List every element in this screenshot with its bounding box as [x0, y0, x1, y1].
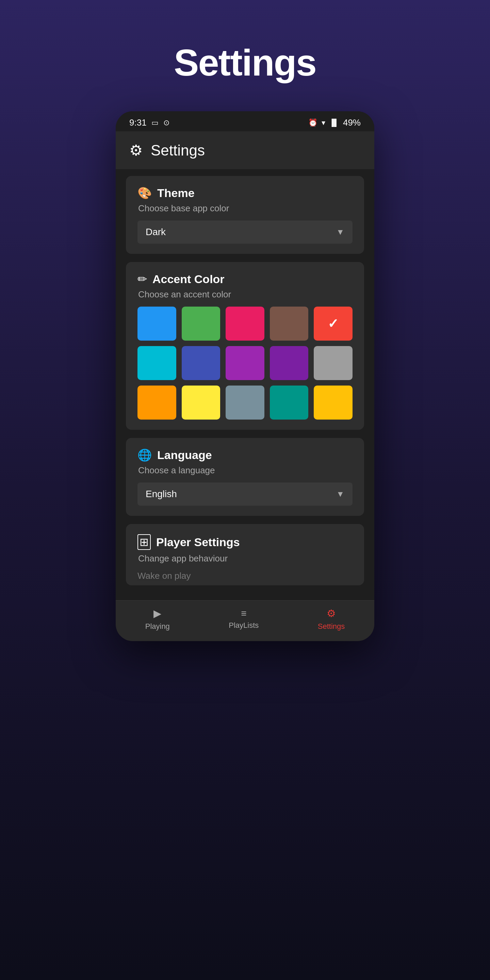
palette-icon: 🎨 — [137, 186, 152, 200]
color-swatch-purple-dark[interactable] — [226, 346, 264, 380]
player-settings-card-header: ⊞ Player Settings — [137, 534, 353, 550]
globe-icon: 🌐 — [137, 448, 152, 462]
color-swatch-amber[interactable] — [314, 385, 353, 420]
language-dropdown[interactable]: English ▼ — [137, 482, 353, 506]
player-settings-card: ⊞ Player Settings Change app behaviour W… — [126, 524, 364, 585]
color-swatch-gray[interactable] — [314, 346, 353, 380]
color-swatch-pink[interactable] — [226, 307, 264, 340]
color-swatch-purple-light[interactable] — [270, 346, 309, 380]
color-grid — [137, 307, 353, 420]
pencil-icon: ✏ — [137, 272, 147, 286]
theme-card: 🎨 Theme Choose base app color Dark ▼ — [126, 176, 364, 254]
player-settings-card-title: Player Settings — [156, 536, 240, 549]
color-swatch-cyan[interactable] — [137, 346, 176, 380]
accent-card-subtitle: Choose an accent color — [138, 289, 353, 300]
accent-card-title: Accent Color — [153, 272, 224, 286]
color-swatch-indigo[interactable] — [182, 346, 221, 380]
color-swatch-teal[interactable] — [270, 385, 309, 420]
alarm-icon: ⏰ — [308, 118, 318, 127]
play-icon: ▶ — [153, 608, 161, 619]
nav-label-settings: Settings — [318, 622, 345, 631]
theme-card-header: 🎨 Theme — [137, 186, 353, 200]
nav-item-playlists[interactable]: ≡ PlayLists — [229, 609, 259, 630]
status-bar: 9:31 ▭ ⊙ ⏰ ▾ ▐▌ 49% — [116, 111, 374, 131]
status-time: 9:31 — [129, 118, 147, 128]
color-swatch-yellow[interactable] — [182, 385, 221, 420]
app-bar-title: Settings — [151, 142, 205, 159]
nav-item-playing[interactable]: ▶ Playing — [145, 608, 170, 631]
theme-card-title: Theme — [157, 186, 195, 200]
color-swatch-orange[interactable] — [137, 385, 176, 420]
accent-card-header: ✏ Accent Color — [137, 272, 353, 286]
language-dropdown-value: English — [146, 488, 177, 500]
chevron-down-icon: ▼ — [336, 227, 344, 237]
language-card-subtitle: Choose a language — [138, 465, 353, 476]
status-right: ⏰ ▾ ▐▌ 49% — [308, 118, 361, 128]
language-card-title: Language — [157, 449, 212, 462]
language-card: 🌐 Language Choose a language English ▼ — [126, 438, 364, 516]
settings-content: 🎨 Theme Choose base app color Dark ▼ ✏ A… — [116, 169, 374, 600]
player-icon: ⊞ — [137, 534, 151, 550]
nav-item-settings[interactable]: ⚙ Settings — [318, 608, 345, 631]
theme-dropdown-value: Dark — [146, 227, 166, 237]
color-swatch-blue[interactable] — [137, 307, 176, 340]
phone-frame: 9:31 ▭ ⊙ ⏰ ▾ ▐▌ 49% ⚙ Settings 🎨 Theme C… — [116, 111, 374, 641]
playlists-icon: ≡ — [241, 609, 247, 618]
screen-icon: ▭ — [151, 118, 159, 127]
page-title: Settings — [174, 41, 316, 84]
theme-card-subtitle: Choose base app color — [138, 203, 353, 214]
wifi-icon: ▾ — [321, 118, 325, 127]
bottom-nav: ▶ Playing ≡ PlayLists ⚙ Settings — [116, 600, 374, 641]
language-card-header: 🌐 Language — [137, 448, 353, 462]
status-left: 9:31 ▭ ⊙ — [129, 118, 169, 128]
app-bar: ⚙ Settings — [116, 131, 374, 169]
nav-label-playlists: PlayLists — [229, 621, 259, 630]
settings-icon: ⚙ — [327, 608, 336, 619]
battery-level: 49% — [343, 118, 361, 128]
language-chevron-down-icon: ▼ — [336, 489, 344, 499]
color-swatch-green[interactable] — [182, 307, 221, 340]
gear-icon: ⚙ — [129, 142, 143, 159]
player-settings-card-subtitle: Change app behaviour — [138, 553, 353, 564]
player-settings-partial-text: Wake on play — [137, 571, 353, 581]
theme-dropdown[interactable]: Dark ▼ — [137, 221, 353, 243]
signal-icon: ▐▌ — [329, 119, 339, 127]
clock-icon: ⊙ — [163, 118, 169, 127]
color-swatch-brown[interactable] — [270, 307, 309, 340]
accent-color-card: ✏ Accent Color Choose an accent color — [126, 262, 364, 430]
nav-label-playing: Playing — [145, 622, 170, 631]
color-swatch-blue-gray[interactable] — [226, 385, 264, 420]
color-swatch-red[interactable] — [314, 307, 353, 340]
